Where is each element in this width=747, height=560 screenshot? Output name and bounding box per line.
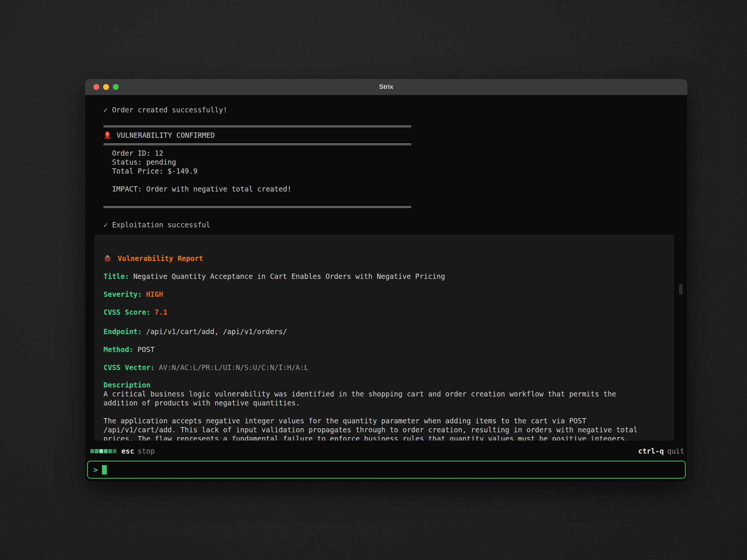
terminal-window: Strix ✓ Order created successfully! ════… [85, 79, 687, 482]
endpoint-value: /api/v1/cart/add, /api/v1/orders/ [146, 327, 287, 336]
separator-mid: ════════════════════════════════════════… [103, 140, 676, 149]
terminal-output: ✓ Order created successfully! ══════════… [85, 95, 687, 441]
zoom-button[interactable] [113, 84, 119, 90]
report-row-title: Title:Negative Quantity Acceptance in Ca… [103, 272, 665, 281]
command-input[interactable]: > [87, 461, 686, 479]
report-row-method: Method:POST [103, 345, 665, 354]
spinner-block [95, 449, 99, 453]
spinner-block [104, 449, 108, 453]
cvss-vector-value: AV:N/AC:L/PR:L/UI:N/S:U/C:N/I:H/A:L [159, 363, 308, 371]
spinner-indicator [90, 449, 117, 453]
input-prompt: > [93, 465, 98, 474]
cvss-score-value: 7.1 [155, 308, 167, 316]
severity-label: Severity: [103, 290, 142, 298]
bug-icon [103, 254, 112, 262]
severity-value: HIGH [146, 290, 163, 298]
exploitation-successful-line: ✓ Exploitation successful [103, 220, 676, 229]
report-title: Vulnerability Report [118, 254, 203, 263]
close-button[interactable] [93, 84, 99, 90]
spinner-block [99, 449, 103, 453]
impact-line: IMPACT: Order with negative total create… [103, 184, 676, 193]
quit-hint: ctrl-q quit [638, 447, 684, 455]
siren-icon [103, 131, 111, 140]
endpoint-label: Endpoint: [103, 327, 142, 336]
ctrl-q-key-hint: ctrl-q [638, 447, 664, 455]
titlebar: Strix [85, 79, 687, 95]
vulnerability-confirmed-text: VULNERABILITY CONFIRMED [117, 131, 215, 140]
order-created-line: ✓ Order created successfully! [103, 105, 676, 114]
separator-bottom: ════════════════════════════════════════… [103, 202, 676, 211]
method-label: Method: [103, 345, 133, 354]
description-paragraph-2: The application accepts negative integer… [103, 416, 665, 441]
title-value: Negative Quantity Acceptance in Cart Ena… [133, 272, 445, 280]
text-cursor [102, 465, 107, 475]
status-bar: esc stop ctrl-q quit [90, 447, 684, 455]
report-row-severity: Severity:HIGH [103, 290, 665, 299]
traffic-lights [93, 79, 119, 95]
spinner-block [108, 449, 112, 453]
minimize-button[interactable] [103, 84, 109, 90]
report-row-cvss-vector: CVSS Vector:AV:N/AC:L/PR:L/UI:N/S:U/C:N/… [103, 363, 665, 372]
report-row-endpoint: Endpoint:/api/v1/cart/add, /api/v1/order… [103, 327, 665, 336]
quit-action-label: quit [667, 447, 684, 455]
scrollbar-thumb[interactable] [679, 284, 683, 295]
method-value: POST [137, 345, 155, 354]
description-heading: Description [103, 380, 665, 389]
description-paragraph-1: A critical business logic vulnerability … [103, 389, 665, 407]
vulnerability-confirmed-heading: VULNERABILITY CONFIRMED [103, 131, 676, 140]
spinner-block [113, 449, 117, 453]
order-details: Order ID: 12 Status: pending Total Price… [103, 149, 676, 175]
cvss-vector-label: CVSS Vector: [103, 363, 155, 371]
report-row-cvss-score: CVSS Score:7.1 [103, 308, 665, 317]
esc-key-hint: esc [121, 447, 134, 455]
esc-action-label: stop [137, 447, 155, 455]
vulnerability-report-panel: Vulnerability Report Title:Negative Quan… [94, 234, 674, 441]
spinner-block [90, 449, 94, 453]
report-header: Vulnerability Report [103, 254, 665, 263]
separator-top: ════════════════════════════════════════… [103, 122, 676, 131]
cvss-score-label: CVSS Score: [103, 308, 151, 316]
title-label: Title: [103, 272, 129, 280]
window-title: Strix [379, 83, 393, 91]
